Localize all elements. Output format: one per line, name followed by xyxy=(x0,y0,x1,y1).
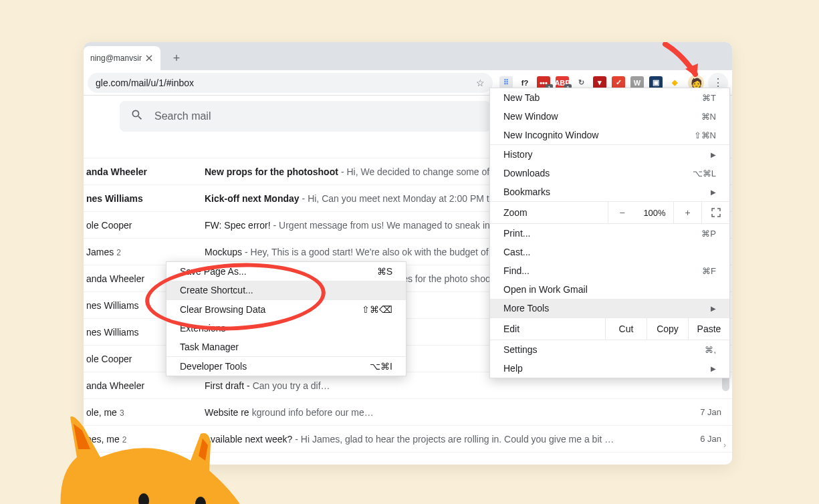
url-bar[interactable]: gle.com/mail/u/1/#inbox ☆ xyxy=(88,73,493,93)
zoom-in-button[interactable]: + xyxy=(673,202,701,223)
thread-count: 2 xyxy=(116,248,121,257)
menu-help[interactable]: Help ▶ xyxy=(490,359,729,378)
submenu-developer-tools[interactable]: Developer Tools ⌥⌘I xyxy=(166,357,406,376)
menu-bookmarks[interactable]: Bookmarks ▶ xyxy=(490,182,729,201)
mail-subject: Website re kground info before our me… xyxy=(205,407,671,418)
menu-new-window[interactable]: New Window ⌘N xyxy=(490,107,729,126)
chevron-right-icon: ▶ xyxy=(711,151,716,158)
mail-sender: anda Wheeler xyxy=(84,380,194,391)
mail-sender: nes Williams xyxy=(84,193,194,204)
edit-cut[interactable]: Cut xyxy=(605,318,647,340)
cat-mascot xyxy=(50,397,257,504)
edit-copy[interactable]: Copy xyxy=(647,318,688,340)
chevron-right-icon: ▶ xyxy=(711,305,716,312)
mail-subject: Available next week? - Hi James, glad to… xyxy=(205,434,671,445)
fullscreen-icon[interactable] xyxy=(701,202,729,223)
zoom-value: 100% xyxy=(636,208,673,218)
mail-date: 6 Jan xyxy=(681,434,721,444)
search-icon xyxy=(130,108,144,124)
mail-subject: First draft - Can you try a dif… xyxy=(205,380,671,391)
close-icon[interactable] xyxy=(144,53,154,63)
tab-strip: ning@manvsinte + xyxy=(84,42,732,70)
search-input[interactable]: Search mail xyxy=(120,101,491,132)
menu-cast[interactable]: Cast... xyxy=(490,243,729,261)
chevron-right-icon[interactable]: › xyxy=(719,439,731,451)
menu-zoom: Zoom − 100% + xyxy=(490,201,729,224)
new-tab-button[interactable]: + xyxy=(167,49,186,68)
menu-history[interactable]: History ▶ xyxy=(490,145,729,164)
menu-open-work-gmail[interactable]: Open in Work Gmail xyxy=(490,280,729,299)
mail-sender: ole Cooper xyxy=(84,220,194,231)
zoom-out-button[interactable]: − xyxy=(608,202,636,223)
menu-downloads[interactable]: Downloads ⌥⌘L xyxy=(490,164,729,182)
mail-date: 7 Jan xyxy=(681,407,721,417)
search-placeholder: Search mail xyxy=(154,110,211,122)
menu-incognito[interactable]: New Incognito Window ⇧⌘N xyxy=(490,126,729,144)
annotation-arrow xyxy=(662,42,709,94)
star-icon[interactable]: ☆ xyxy=(476,78,485,88)
mail-sender: James2 xyxy=(84,247,194,257)
tab-title: ning@manvsinte xyxy=(90,53,142,63)
browser-tab[interactable]: ning@manvsinte xyxy=(84,46,160,70)
url-text: gle.com/mail/u/1/#inbox xyxy=(96,78,194,88)
chevron-right-icon: ▶ xyxy=(711,188,716,196)
menu-settings[interactable]: Settings ⌘, xyxy=(490,340,729,359)
mail-sender: anda Wheeler xyxy=(84,166,194,177)
menu-print[interactable]: Print... ⌘P xyxy=(490,224,729,243)
chrome-menu: New Tab ⌘T New Window ⌘N New Incognito W… xyxy=(489,88,730,378)
submenu-task-manager[interactable]: Task Manager xyxy=(166,338,406,356)
edit-paste[interactable]: Paste xyxy=(688,318,729,340)
menu-find[interactable]: Find... ⌘F xyxy=(490,261,729,280)
chevron-right-icon: ▶ xyxy=(711,365,716,372)
menu-more-tools[interactable]: More Tools ▶ xyxy=(490,299,729,318)
menu-edit: Edit Cut Copy Paste xyxy=(490,318,729,340)
